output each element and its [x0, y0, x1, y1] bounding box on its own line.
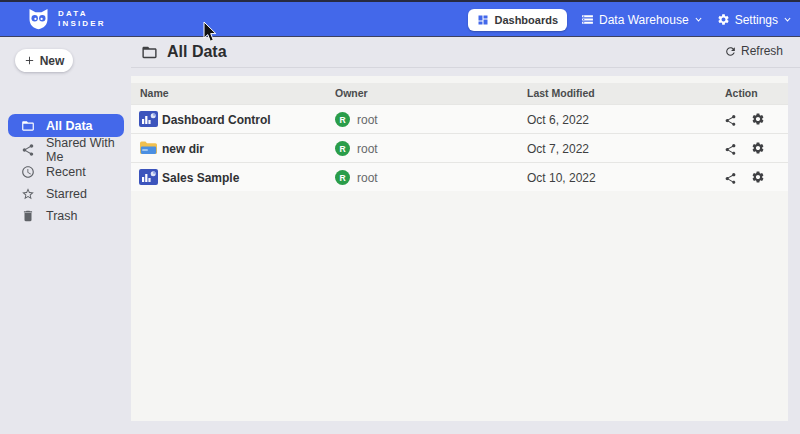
folder-file-icon [139, 140, 158, 160]
file-name: Sales Sample [162, 171, 239, 185]
folder-icon [20, 118, 36, 134]
table-row[interactable]: Sales Sample R root Oct 10, 2022 [131, 162, 788, 191]
table-row[interactable]: new dir R root Oct 7, 2022 [131, 133, 788, 162]
share-action-icon[interactable] [724, 142, 737, 160]
owner-name: root [357, 171, 378, 185]
column-header-action: Action [725, 87, 758, 99]
settings-action-icon[interactable] [751, 141, 765, 159]
database-icon [581, 13, 594, 26]
sidebar-item-label: Trash [46, 209, 78, 223]
settings-label: Settings [735, 13, 778, 27]
share-icon [20, 142, 36, 158]
refresh-label: Refresh [741, 44, 783, 58]
owner-avatar: R [335, 112, 350, 127]
file-name: Dashboard Control [162, 113, 271, 127]
owner-avatar: R [335, 141, 350, 156]
brand-name: DATA INSIDER [58, 9, 106, 29]
table-body: Dashboard Control R root Oct 6, 2022 [131, 104, 788, 191]
sidebar: New All Data Shared With Me Recent Starr… [0, 37, 131, 434]
new-button-label: New [40, 54, 65, 68]
new-button[interactable]: New [15, 49, 73, 72]
last-modified: Oct 7, 2022 [527, 142, 589, 156]
sidebar-item-all-data[interactable]: All Data [8, 114, 124, 137]
sidebar-item-starred[interactable]: Starred [8, 182, 124, 205]
page-title: All Data [167, 43, 227, 61]
chevron-down-icon [694, 15, 703, 24]
page-title-bar: All Data Refresh [131, 37, 800, 68]
owner-name: root [357, 142, 378, 156]
trash-icon [20, 208, 36, 224]
table-header-row: Name Owner Last Modified Action [131, 83, 788, 104]
file-name: new dir [162, 142, 204, 156]
app-header: DATA INSIDER Dashboards Data Warehouse S… [0, 2, 800, 37]
owner-avatar: R [335, 170, 350, 185]
column-header-name: Name [140, 87, 169, 99]
plus-icon [24, 55, 35, 66]
chevron-down-icon [783, 15, 792, 24]
gear-icon [717, 13, 730, 26]
dashboards-button[interactable]: Dashboards [468, 9, 567, 31]
dashboard-file-icon [139, 169, 158, 189]
folder-icon [141, 44, 158, 61]
share-action-icon[interactable] [724, 113, 737, 131]
table-row[interactable]: Dashboard Control R root Oct 6, 2022 [131, 104, 788, 133]
dashboards-label: Dashboards [494, 14, 558, 26]
sidebar-item-recent[interactable]: Recent [8, 160, 124, 183]
settings-action-icon[interactable] [751, 112, 765, 130]
owner-name: root [357, 113, 378, 127]
sidebar-item-trash[interactable]: Trash [8, 204, 124, 227]
data-warehouse-menu[interactable]: Data Warehouse [581, 13, 703, 27]
sidebar-item-label: Recent [46, 165, 86, 179]
sidebar-item-label: Starred [46, 187, 87, 201]
refresh-button[interactable]: Refresh [724, 44, 783, 58]
settings-menu[interactable]: Settings [717, 13, 792, 27]
column-header-owner: Owner [335, 87, 368, 99]
file-table-card: Name Owner Last Modified Action Dashboar… [131, 76, 788, 421]
refresh-icon [724, 45, 737, 58]
clock-icon [20, 164, 36, 180]
sidebar-item-shared-with-me[interactable]: Shared With Me [8, 138, 124, 161]
owl-logo-icon [26, 7, 51, 31]
star-icon [20, 186, 36, 202]
dashboard-file-icon [139, 111, 158, 131]
settings-action-icon[interactable] [751, 170, 765, 188]
data-warehouse-label: Data Warehouse [599, 13, 689, 27]
last-modified: Oct 6, 2022 [527, 113, 589, 127]
dashboard-grid-icon [477, 14, 489, 26]
last-modified: Oct 10, 2022 [527, 171, 596, 185]
share-action-icon[interactable] [724, 171, 737, 189]
sidebar-item-label: All Data [46, 119, 93, 133]
column-header-modified: Last Modified [527, 87, 595, 99]
